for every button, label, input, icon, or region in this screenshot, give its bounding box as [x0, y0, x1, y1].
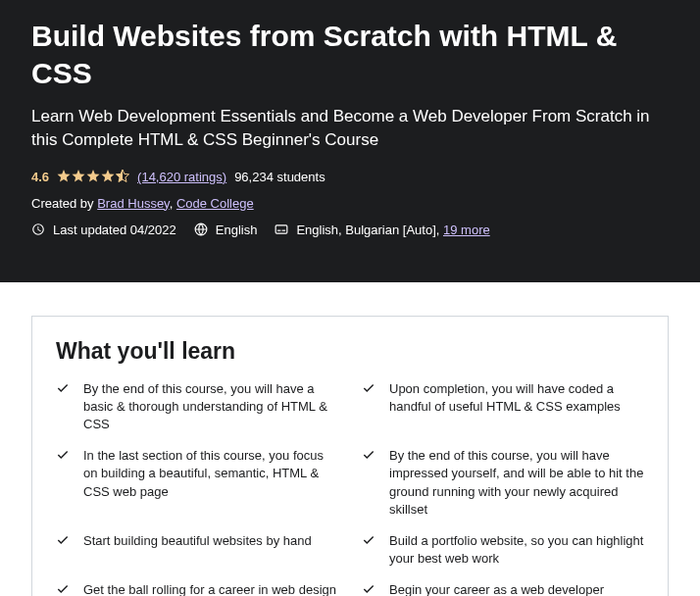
learn-item-text: By the end of this course, you will have… [389, 447, 644, 519]
captions-icon [275, 223, 288, 236]
learn-item: Build a portfolio website, so you can hi… [362, 532, 644, 568]
rating-row: 4.6 (14,620 ratings) 96,234 students [31, 170, 669, 184]
svg-rect-2 [277, 230, 281, 231]
check-icon [362, 533, 375, 547]
learn-item-text: In the last section of this course, you … [83, 447, 338, 519]
learn-item-text: By the end of this course, you will have… [83, 380, 338, 434]
check-icon [362, 381, 375, 395]
svg-rect-1 [276, 225, 288, 233]
created-by-label: Created by [31, 196, 97, 211]
ratings-count-link[interactable]: (14,620 ratings) [137, 170, 226, 184]
captions-more-link[interactable]: 19 more [443, 223, 490, 237]
rating-stars [57, 170, 129, 183]
author-separator: , [170, 196, 176, 211]
learn-item-text: Get the ball rolling for a career in web… [83, 581, 336, 596]
learn-item: By the end of this course, you will have… [56, 380, 338, 434]
learn-heading: What you'll learn [56, 338, 644, 365]
learn-item-text: Upon completion, you will have coded a h… [389, 380, 644, 434]
students-count: 96,234 students [234, 170, 325, 184]
learn-section-wrap: What you'll learn By the end of this cou… [0, 282, 700, 596]
learn-item: Begin your career as a web developer [362, 581, 644, 596]
check-icon [362, 448, 375, 462]
created-by-row: Created by Brad Hussey, Code College [31, 196, 669, 211]
last-updated-icon [31, 223, 45, 236]
learn-item-text: Build a portfolio website, so you can hi… [389, 532, 644, 568]
captions-text: English, Bulgarian [Auto], 19 more [296, 223, 489, 237]
check-icon [56, 381, 70, 395]
check-icon [56, 582, 70, 596]
learn-grid: By the end of this course, you will have… [56, 380, 644, 596]
svg-rect-3 [282, 230, 286, 231]
check-icon [362, 582, 375, 596]
globe-icon [194, 223, 208, 236]
course-hero: Build Websites from Scratch with HTML & … [0, 0, 700, 282]
course-info-row: Last updated 04/2022 English English, Bu… [31, 223, 669, 237]
rating-value: 4.6 [31, 170, 49, 184]
check-icon [56, 533, 70, 547]
learn-item-text: Start building beautiful websites by han… [83, 532, 312, 568]
course-title: Build Websites from Scratch with HTML & … [31, 18, 669, 91]
author-link-1[interactable]: Brad Hussey [97, 196, 169, 211]
course-subtitle: Learn Web Development Essentials and Bec… [31, 105, 669, 152]
author-link-2[interactable]: Code College [176, 196, 254, 211]
learn-item: By the end of this course, you will have… [362, 447, 644, 519]
language-text: English [216, 223, 258, 237]
learn-item: Start building beautiful websites by han… [56, 532, 338, 568]
learn-item-text: Begin your career as a web developer [389, 581, 604, 596]
last-updated-text: Last updated 04/2022 [53, 223, 176, 237]
learn-item: Get the ball rolling for a career in web… [56, 581, 338, 596]
learn-section: What you'll learn By the end of this cou… [31, 316, 669, 596]
learn-item: In the last section of this course, you … [56, 447, 338, 519]
check-icon [56, 448, 70, 462]
learn-item: Upon completion, you will have coded a h… [362, 380, 644, 434]
